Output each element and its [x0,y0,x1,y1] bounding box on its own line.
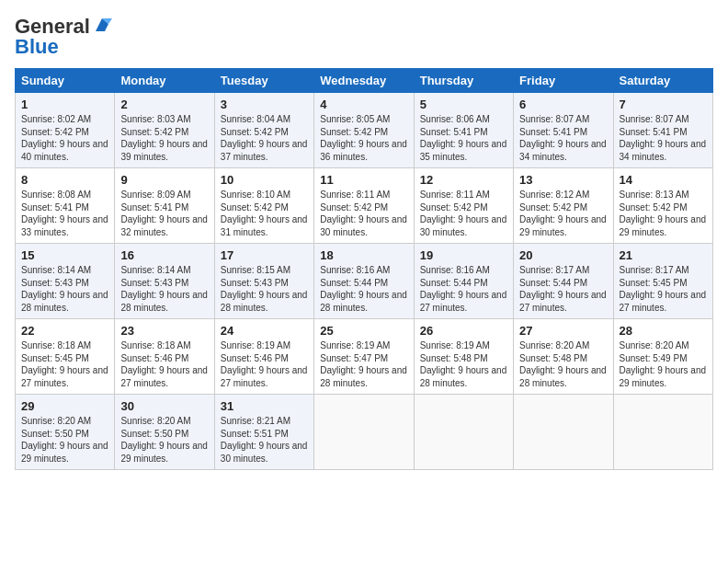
day-detail: Sunrise: 8:20 AMSunset: 5:50 PMDaylight:… [120,416,208,464]
weekday-header-friday: Friday [514,69,613,93]
day-number: 31 [221,399,308,413]
calendar-cell: 17 Sunrise: 8:15 AMSunset: 5:43 PMDaylig… [214,244,313,319]
day-number: 21 [620,248,707,262]
calendar-cell: 28 Sunrise: 8:20 AMSunset: 5:49 PMDaylig… [613,319,712,395]
calendar-body: 1 Sunrise: 8:02 AMSunset: 5:42 PMDayligh… [16,93,713,470]
day-detail: Sunrise: 8:11 AMSunset: 5:42 PMDaylight:… [420,190,507,237]
calendar-cell: 5 Sunrise: 8:06 AMSunset: 5:41 PMDayligh… [414,93,513,168]
weekday-header-tuesday: Tuesday [214,69,313,93]
day-number: 28 [620,324,707,338]
day-number: 1 [21,98,108,111]
calendar-week-row: 8 Sunrise: 8:08 AMSunset: 5:41 PMDayligh… [16,168,713,244]
calendar-header: SundayMondayTuesdayWednesdayThursdayFrid… [16,69,713,93]
day-number: 26 [420,324,507,338]
calendar-cell: 7 Sunrise: 8:07 AMSunset: 5:41 PMDayligh… [613,93,712,168]
calendar-cell: 11 Sunrise: 8:11 AMSunset: 5:42 PMDaylig… [314,168,414,244]
day-detail: Sunrise: 8:16 AMSunset: 5:44 PMDaylight:… [420,265,507,313]
day-detail: Sunrise: 8:20 AMSunset: 5:48 PMDaylight:… [519,340,607,388]
calendar-cell: 21 Sunrise: 8:17 AMSunset: 5:45 PMDaylig… [613,244,712,319]
day-detail: Sunrise: 8:17 AMSunset: 5:45 PMDaylight:… [620,265,707,313]
day-number: 8 [21,173,108,187]
day-detail: Sunrise: 8:06 AMSunset: 5:41 PMDaylight:… [420,114,507,162]
calendar-week-row: 29 Sunrise: 8:20 AMSunset: 5:50 PMDaylig… [16,395,713,470]
day-number: 29 [21,399,108,413]
calendar-cell: 8 Sunrise: 8:08 AMSunset: 5:41 PMDayligh… [16,168,115,244]
day-detail: Sunrise: 8:11 AMSunset: 5:42 PMDaylight:… [320,190,407,237]
day-number: 11 [320,173,407,187]
day-number: 18 [320,248,407,262]
calendar-cell: 18 Sunrise: 8:16 AMSunset: 5:44 PMDaylig… [314,244,414,319]
calendar-cell: 26 Sunrise: 8:19 AMSunset: 5:48 PMDaylig… [414,319,513,395]
day-detail: Sunrise: 8:20 AMSunset: 5:50 PMDaylight:… [21,416,108,464]
day-number: 24 [221,324,308,338]
calendar-cell [414,395,513,470]
day-detail: Sunrise: 8:18 AMSunset: 5:45 PMDaylight:… [21,340,108,388]
calendar-cell: 9 Sunrise: 8:09 AMSunset: 5:41 PMDayligh… [115,168,214,244]
day-number: 27 [519,324,607,338]
day-detail: Sunrise: 8:14 AMSunset: 5:43 PMDaylight:… [120,265,208,313]
calendar-cell: 14 Sunrise: 8:13 AMSunset: 5:42 PMDaylig… [613,168,712,244]
calendar-cell: 1 Sunrise: 8:02 AMSunset: 5:42 PMDayligh… [16,93,115,168]
day-detail: Sunrise: 8:17 AMSunset: 5:44 PMDaylight:… [519,265,607,313]
day-detail: Sunrise: 8:07 AMSunset: 5:41 PMDaylight:… [620,114,707,162]
calendar-cell: 24 Sunrise: 8:19 AMSunset: 5:46 PMDaylig… [214,319,313,395]
day-number: 2 [120,98,208,111]
calendar-cell [613,395,712,470]
day-number: 7 [620,98,707,111]
day-detail: Sunrise: 8:12 AMSunset: 5:42 PMDaylight:… [519,190,607,237]
day-number: 10 [221,173,308,187]
day-detail: Sunrise: 8:16 AMSunset: 5:44 PMDaylight:… [320,265,407,313]
day-detail: Sunrise: 8:19 AMSunset: 5:46 PMDaylight:… [221,340,308,388]
day-number: 30 [120,399,208,413]
day-detail: Sunrise: 8:15 AMSunset: 5:43 PMDaylight:… [221,265,308,313]
day-detail: Sunrise: 8:10 AMSunset: 5:42 PMDaylight:… [221,190,308,237]
day-detail: Sunrise: 8:19 AMSunset: 5:48 PMDaylight:… [420,340,507,388]
calendar-cell: 4 Sunrise: 8:05 AMSunset: 5:42 PMDayligh… [314,93,414,168]
weekday-header-sunday: Sunday [16,69,115,93]
day-number: 9 [120,173,208,187]
calendar-table: SundayMondayTuesdayWednesdayThursdayFrid… [15,68,713,470]
calendar-cell: 2 Sunrise: 8:03 AMSunset: 5:42 PMDayligh… [115,93,214,168]
day-number: 4 [320,98,407,111]
day-detail: Sunrise: 8:04 AMSunset: 5:42 PMDaylight:… [221,114,308,162]
calendar-cell: 3 Sunrise: 8:04 AMSunset: 5:42 PMDayligh… [214,93,313,168]
day-detail: Sunrise: 8:14 AMSunset: 5:43 PMDaylight:… [21,265,108,313]
calendar-cell: 31 Sunrise: 8:21 AMSunset: 5:51 PMDaylig… [214,395,313,470]
day-detail: Sunrise: 8:21 AMSunset: 5:51 PMDaylight:… [221,416,308,464]
calendar-cell: 16 Sunrise: 8:14 AMSunset: 5:43 PMDaylig… [115,244,214,319]
day-detail: Sunrise: 8:05 AMSunset: 5:42 PMDaylight:… [320,114,407,162]
logo: General Blue [15,15,112,59]
calendar-cell: 13 Sunrise: 8:12 AMSunset: 5:42 PMDaylig… [514,168,613,244]
day-number: 12 [420,173,507,187]
weekday-header-row: SundayMondayTuesdayWednesdayThursdayFrid… [16,69,713,93]
calendar-cell: 20 Sunrise: 8:17 AMSunset: 5:44 PMDaylig… [514,244,613,319]
calendar-week-row: 22 Sunrise: 8:18 AMSunset: 5:45 PMDaylig… [16,319,713,395]
calendar-cell: 30 Sunrise: 8:20 AMSunset: 5:50 PMDaylig… [115,395,214,470]
calendar-cell [514,395,613,470]
calendar-cell: 25 Sunrise: 8:19 AMSunset: 5:47 PMDaylig… [314,319,414,395]
calendar-cell: 12 Sunrise: 8:11 AMSunset: 5:42 PMDaylig… [414,168,513,244]
calendar-cell: 6 Sunrise: 8:07 AMSunset: 5:41 PMDayligh… [514,93,613,168]
day-detail: Sunrise: 8:19 AMSunset: 5:47 PMDaylight:… [320,340,407,388]
calendar-cell: 29 Sunrise: 8:20 AMSunset: 5:50 PMDaylig… [16,395,115,470]
day-number: 16 [120,248,208,262]
day-detail: Sunrise: 8:08 AMSunset: 5:41 PMDaylight:… [21,190,108,237]
day-detail: Sunrise: 8:02 AMSunset: 5:42 PMDaylight:… [21,114,108,162]
day-number: 20 [519,248,607,262]
page-container: General Blue SundayMondayTuesdayWednesda… [0,0,728,479]
calendar-cell: 27 Sunrise: 8:20 AMSunset: 5:48 PMDaylig… [514,319,613,395]
calendar-cell: 23 Sunrise: 8:18 AMSunset: 5:46 PMDaylig… [115,319,214,395]
calendar-cell: 10 Sunrise: 8:10 AMSunset: 5:42 PMDaylig… [214,168,313,244]
day-detail: Sunrise: 8:18 AMSunset: 5:46 PMDaylight:… [120,340,208,388]
day-number: 3 [221,98,308,111]
day-number: 14 [620,173,707,187]
weekday-header-wednesday: Wednesday [314,69,414,93]
day-number: 15 [21,248,108,262]
calendar-cell: 19 Sunrise: 8:16 AMSunset: 5:44 PMDaylig… [414,244,513,319]
calendar-week-row: 15 Sunrise: 8:14 AMSunset: 5:43 PMDaylig… [16,244,713,319]
calendar-cell: 22 Sunrise: 8:18 AMSunset: 5:45 PMDaylig… [16,319,115,395]
day-detail: Sunrise: 8:13 AMSunset: 5:42 PMDaylight:… [620,190,707,237]
day-number: 23 [120,324,208,338]
weekday-header-saturday: Saturday [613,69,712,93]
day-detail: Sunrise: 8:20 AMSunset: 5:49 PMDaylight:… [620,340,707,388]
